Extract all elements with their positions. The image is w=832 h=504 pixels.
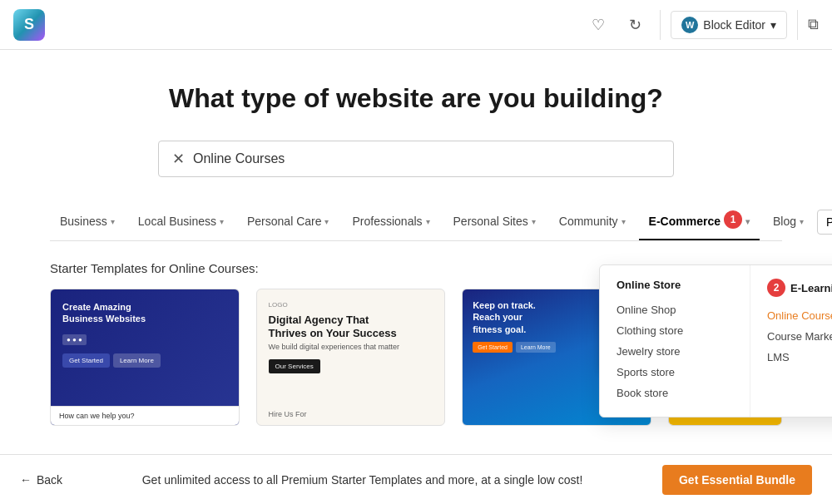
tab-community[interactable]: Community ▾ — [549, 206, 636, 238]
dropdown-item-jewelry-store[interactable]: Jewelry store — [617, 341, 733, 362]
card1-bottom-text: How can we help you? — [51, 406, 239, 425]
dropdown-item-book-store[interactable]: Book store — [617, 383, 733, 403]
card1-secondary: Learn More — [113, 353, 161, 368]
tab-personal-care-chevron: ▾ — [324, 217, 329, 226]
tab-ecommerce-chevron: ▾ — [745, 217, 750, 226]
tab-community-chevron: ▾ — [622, 217, 626, 226]
card3-cta2: Learn More — [516, 342, 556, 353]
logo-icon[interactable]: S — [13, 9, 45, 41]
sort-container: Popular ▾ — [817, 210, 832, 235]
block-editor-button[interactable]: W Block Editor ▾ — [671, 11, 787, 39]
header-right: ♡ ↻ W Block Editor ▾ ⧉ — [583, 10, 819, 40]
ecommerce-badge: 1 — [724, 210, 742, 229]
card2-subtitle: We build digital experiences that matter — [269, 343, 433, 351]
divider2 — [797, 10, 798, 40]
cta-button[interactable]: Get Essential Bundle — [662, 465, 812, 495]
search-box[interactable]: ✕ Online Courses — [158, 141, 674, 177]
card1-title: Create AmazingBusiness Websites — [62, 301, 227, 325]
tab-personal-sites-label: Personal Sites — [453, 215, 528, 228]
promo-text: Get unlimited access to all Premium Star… — [76, 473, 649, 487]
dropdown-item-course-marketplace[interactable]: Course Marketplace — [767, 326, 832, 347]
block-editor-label: Block Editor — [703, 18, 765, 32]
search-value[interactable]: Online Courses — [193, 151, 660, 166]
dropdown-col2-header: 2 E-Learning — [767, 279, 832, 297]
sort-dropdown[interactable]: Popular ▾ — [817, 210, 832, 235]
tab-local-business[interactable]: Local Business ▾ — [128, 206, 234, 238]
nav-tabs: Business ▾ Local Business ▾ Personal Car… — [50, 204, 782, 241]
card1-content: Create AmazingBusiness Websites ● ● ● Ge… — [51, 289, 239, 379]
dropdown-col2-title: E-Learning — [790, 282, 832, 294]
card2-bottom-text: Hire Us For — [269, 410, 307, 418]
tab-professionals-label: Professionals — [352, 215, 422, 228]
back-button[interactable]: ← Back — [20, 473, 62, 487]
tab-business-label: Business — [60, 215, 107, 228]
template-card-agency[interactable]: LOGO Digital Agency ThatThrives on Your … — [256, 289, 446, 426]
dropdown-item-lms[interactable]: LMS — [767, 347, 832, 368]
tab-personal-sites[interactable]: Personal Sites ▾ — [443, 206, 546, 238]
tab-professionals[interactable]: Professionals ▾ — [342, 206, 439, 238]
tab-professionals-chevron: ▾ — [426, 217, 430, 226]
card3-cta1: Get Started — [473, 342, 513, 353]
card2-cta: Our Services — [269, 359, 320, 373]
ecommerce-dropdown: Online Store Online Shop Clothing store … — [599, 264, 832, 418]
back-label: Back — [37, 473, 62, 487]
divider — [660, 10, 661, 40]
tab-blog[interactable]: Blog ▾ — [763, 206, 814, 238]
dropdown-item-online-courses[interactable]: Online Courses — [767, 305, 832, 326]
favorites-icon[interactable]: ♡ — [583, 10, 613, 40]
tab-local-business-chevron: ▾ — [220, 217, 224, 226]
tab-ecommerce[interactable]: E-Commerce 1 ▾ — [639, 204, 760, 240]
back-arrow-icon: ← — [20, 473, 32, 487]
dropdown-item-clothing-store[interactable]: Clothing store — [617, 320, 733, 341]
dropdown-col-online-store: Online Store Online Shop Clothing store … — [600, 265, 750, 417]
dropdown-col1-title: Online Store — [617, 279, 733, 291]
template-card-business[interactable]: Create AmazingBusiness Websites ● ● ● Ge… — [50, 289, 240, 426]
tab-ecommerce-label: E-Commerce — [649, 215, 721, 228]
dropdown-item-sports-store[interactable]: Sports store — [617, 362, 733, 383]
tab-personal-sites-chevron: ▾ — [532, 217, 536, 226]
card2-content: LOGO Digital Agency ThatThrives on Your … — [257, 289, 445, 385]
card2-logo: LOGO — [269, 301, 433, 309]
tab-blog-label: Blog — [773, 215, 796, 228]
tab-personal-care[interactable]: Personal Care ▾ — [237, 206, 339, 238]
search-clear-button[interactable]: ✕ — [172, 151, 185, 166]
page-title: What type of website are you building? — [50, 83, 782, 114]
elearning-badge: 2 — [767, 279, 785, 297]
tab-business[interactable]: Business ▾ — [50, 206, 125, 238]
refresh-icon[interactable]: ↻ — [620, 10, 650, 40]
sort-label: Popular — [826, 215, 832, 229]
external-link-icon[interactable]: ⧉ — [808, 16, 819, 33]
tab-community-label: Community — [559, 215, 618, 228]
dropdown-col-elearning: 2 E-Learning Online Courses Course Marke… — [750, 265, 832, 417]
tab-business-chevron: ▾ — [111, 217, 115, 226]
tab-blog-chevron: ▾ — [800, 217, 804, 226]
header-left: S — [13, 9, 45, 41]
card1-cta: Get Started — [62, 353, 110, 368]
tab-personal-care-label: Personal Care — [247, 215, 322, 228]
wp-icon: W — [681, 17, 698, 33]
card1-tag: ● ● ● — [62, 334, 87, 345]
tab-local-business-label: Local Business — [138, 215, 216, 228]
bottom-bar: ← Back Get unlimited access to all Premi… — [0, 454, 832, 504]
block-editor-chevron: ▾ — [770, 18, 776, 32]
dropdown-item-online-shop[interactable]: Online Shop — [617, 299, 733, 320]
card2-title: Digital Agency ThatThrives on Your Succe… — [269, 314, 433, 339]
header: S ♡ ↻ W Block Editor ▾ ⧉ — [0, 0, 832, 50]
